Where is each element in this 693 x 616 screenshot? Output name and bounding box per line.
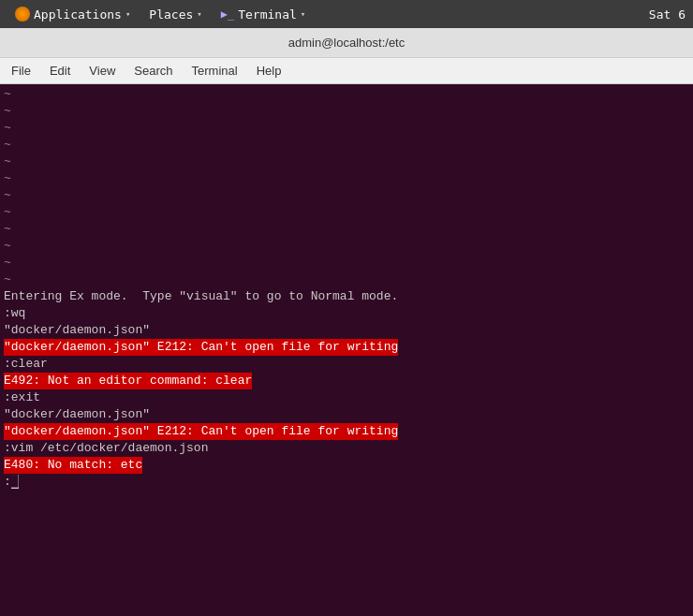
tilde-line: ~ [4, 187, 689, 204]
tilde-line: ~ [4, 154, 689, 170]
menu-bar: File Edit View Search Terminal Help [0, 58, 693, 84]
tilde-line: ~ [4, 221, 689, 238]
places-label: Places [149, 7, 193, 22]
terminal-window: admin@localhost:/etc File Edit View Sear… [0, 28, 693, 616]
terminal-titlebar: admin@localhost:/etc [0, 28, 693, 58]
taskbar-time: Sat 6 [649, 7, 686, 22]
menu-help[interactable]: Help [249, 62, 289, 80]
terminal-button[interactable]: ▶_ Terminal ▾ [214, 6, 314, 23]
menu-file[interactable]: File [4, 62, 38, 80]
terminal-chevron: ▾ [301, 9, 305, 19]
terminal-prompt[interactable]: :█ [4, 474, 689, 491]
tilde-line: ~ [4, 204, 689, 221]
tilde-line: ~ [4, 137, 689, 154]
terminal-icon: ▶_ [221, 7, 234, 21]
terminal-error-line: "docker/daemon.json" E212: Can't open fi… [4, 339, 689, 356]
terminal-line: :wq [4, 305, 689, 322]
applications-button[interactable]: Applications ▾ [7, 5, 138, 23]
terminal-title: admin@localhost:/etc [288, 36, 405, 50]
terminal-line: :clear [4, 356, 689, 373]
terminal-line: "docker/daemon.json" [4, 322, 689, 339]
tilde-line: ~ [4, 271, 689, 288]
tilde-line: ~ [4, 170, 689, 187]
places-chevron: ▾ [197, 9, 201, 19]
tilde-line: ~ [4, 255, 689, 271]
applications-icon [15, 7, 30, 22]
terminal-error-line: "docker/daemon.json" E212: Can't open fi… [4, 423, 689, 440]
applications-chevron: ▾ [125, 9, 130, 19]
terminal-line: "docker/daemon.json" [4, 406, 689, 423]
terminal-error-line: E492: Not an editor command: clear [4, 373, 689, 389]
taskbar-left: Applications ▾ Places ▾ ▶_ Terminal ▾ [7, 5, 313, 23]
top-taskbar: Applications ▾ Places ▾ ▶_ Terminal ▾ Sa… [0, 0, 693, 28]
terminal-line: :vim /etc/docker/daemon.json [4, 440, 689, 457]
tilde-line: ~ [4, 238, 689, 255]
menu-search[interactable]: Search [126, 62, 180, 80]
tilde-line: ~ [4, 120, 689, 137]
places-button[interactable]: Places ▾ [141, 6, 209, 23]
terminal-warning-line: E480: No match: etc [4, 457, 689, 474]
applications-label: Applications [34, 7, 122, 22]
tilde-line: ~ [4, 86, 689, 103]
menu-terminal[interactable]: Terminal [184, 62, 245, 80]
terminal-line: :exit [4, 389, 689, 406]
terminal-line: Entering Ex mode. Type "visual" to go to… [4, 288, 689, 305]
tilde-line: ~ [4, 103, 689, 120]
menu-edit[interactable]: Edit [42, 62, 78, 80]
terminal-content[interactable]: ~ ~ ~ ~ ~ ~ ~ ~ ~ ~ ~ ~ Entering Ex mode… [0, 84, 693, 616]
terminal-label: Terminal [238, 7, 297, 22]
menu-view[interactable]: View [81, 62, 123, 80]
